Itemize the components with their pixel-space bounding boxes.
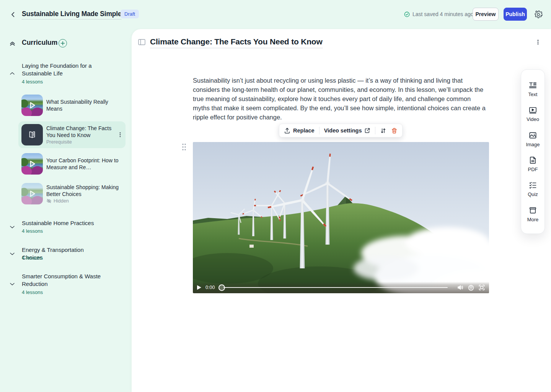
insert-block-toolbar: Text Video Image PDF Quiz More (521, 69, 545, 234)
curriculum-title: Curriculum (22, 39, 57, 47)
video-frame-wind-turbines (193, 142, 489, 293)
last-saved-text: Last saved 4 minutes ago (412, 11, 474, 17)
lesson-title: Sustainable Shopping: Making Better Choi… (46, 184, 123, 198)
insert-text-button[interactable]: Text (521, 77, 544, 101)
insert-item-label: PDF (528, 167, 538, 172)
curriculum-sidebar: Curriculum Laying the Foundation for a S… (0, 29, 132, 392)
insert-item-label: Image (526, 142, 540, 147)
insert-more-button[interactable]: More (521, 202, 544, 227)
toolbar-divider (319, 127, 320, 134)
video-player[interactable]: 0:00 (193, 142, 489, 293)
back-icon[interactable] (9, 11, 17, 18)
lesson-options-kebab-icon[interactable] (535, 39, 541, 45)
play-icon (27, 159, 37, 169)
move-block-button[interactable] (380, 127, 386, 134)
lesson-meta-hidden: Hidden (46, 198, 123, 204)
replace-label: Replace (293, 127, 315, 134)
video-block-toolbar: Replace Video settings (279, 124, 403, 137)
play-icon (27, 189, 37, 199)
video-controls-bar: 0:00 (193, 282, 489, 293)
course-title[interactable]: Sustainable Living Made Simple (22, 10, 121, 20)
saved-check-icon (404, 11, 410, 17)
replace-video-button[interactable]: Replace (284, 127, 315, 134)
text-icon (528, 81, 537, 90)
lesson-meta-prerequisite: Prerequisite (46, 139, 114, 145)
progress-track[interactable] (223, 287, 448, 288)
insert-item-label: Quiz (528, 191, 538, 197)
insert-video-button[interactable]: Video (521, 101, 544, 126)
lesson-editor-panel: Climate Change: The Facts You Need to Kn… (132, 29, 551, 392)
trash-icon (391, 127, 398, 134)
section-4-expand-icon[interactable] (9, 281, 15, 287)
block-drag-handle-icon[interactable] (181, 143, 187, 151)
delete-block-button[interactable] (391, 127, 398, 134)
fullscreen-icon[interactable] (478, 284, 485, 291)
insert-quiz-button[interactable]: Quiz (521, 176, 544, 201)
lesson-item-sustainable-shopping[interactable]: Sustainable Shopping: Making Better Choi… (18, 180, 126, 207)
lesson-video-thumbnail (21, 153, 43, 175)
lesson-title: What Sustainability Really Means (46, 98, 123, 112)
reading-lesson-icon (21, 124, 43, 145)
video-icon (528, 106, 537, 114)
lesson-title: Your Carbon Footprint: How to Measure an… (46, 157, 123, 171)
preview-button[interactable]: Preview (473, 8, 499, 21)
section-2-expand-icon[interactable] (9, 224, 15, 230)
upload-icon (284, 127, 290, 134)
section-title[interactable]: Laying the Foundation for a Sustainable … (22, 62, 102, 77)
insert-item-label: More (527, 217, 539, 222)
add-curriculum-button[interactable] (59, 39, 67, 47)
lesson-page-title[interactable]: Climate Change: The Facts You Need to Kn… (150, 37, 323, 48)
toolbar-divider (375, 127, 375, 134)
lesson-video-thumbnail (21, 183, 43, 204)
lesson-intro-paragraph[interactable]: Sustainability isn’t just about recyclin… (193, 76, 488, 122)
play-icon (27, 100, 37, 110)
lesson-title: Climate Change: The Facts You Need to Kn… (46, 125, 114, 139)
section-lesson-count: 4 lessons (22, 228, 43, 234)
reorder-icon (380, 127, 386, 134)
play-icon[interactable] (197, 285, 202, 290)
more-icon (528, 206, 537, 215)
section-title[interactable]: Sustainable Home Practices (22, 219, 102, 227)
video-settings-button[interactable]: Video settings (324, 127, 371, 134)
lesson-video-thumbnail (21, 95, 43, 116)
insert-pdf-button[interactable]: PDF (521, 152, 544, 176)
video-settings-label: Video settings (324, 127, 362, 134)
eye-off-icon (46, 198, 52, 204)
volume-icon[interactable] (457, 284, 464, 291)
lesson-item-what-sustainability[interactable]: What Sustainability Really Means (18, 92, 126, 119)
insert-image-button[interactable]: Image (521, 127, 544, 152)
pdf-icon (528, 156, 537, 165)
scrubber-handle[interactable] (218, 284, 225, 291)
section-lesson-count: 4 lessons (22, 79, 43, 85)
section-3-expand-icon[interactable] (9, 251, 15, 257)
insert-item-label: Video (527, 116, 539, 122)
section-lesson-count: 4 lessons (22, 255, 43, 261)
toggle-sidebar-icon[interactable] (138, 39, 145, 45)
lesson-kebab-icon[interactable] (117, 132, 123, 138)
quality-settings-icon[interactable] (468, 284, 474, 291)
top-bar: Sustainable Living Made Simple Draft Las… (0, 0, 551, 29)
save-status: Last saved 4 minutes ago (404, 11, 474, 17)
collapse-all-icon[interactable] (9, 40, 16, 47)
insert-item-label: Text (528, 91, 538, 97)
image-icon (528, 131, 537, 140)
section-lesson-count: 4 lessons (22, 289, 43, 295)
section-title[interactable]: Smarter Consumption & Waste Reduction (22, 273, 102, 288)
section-1-collapse-icon[interactable] (9, 70, 15, 77)
lesson-item-climate-change[interactable]: Climate Change: The Facts You Need to Kn… (18, 121, 126, 148)
external-link-icon (364, 127, 370, 134)
current-time: 0:00 (205, 285, 215, 290)
lesson-item-carbon-footprint[interactable]: Your Carbon Footprint: How to Measure an… (18, 150, 126, 177)
publish-button[interactable]: Publish (504, 8, 527, 21)
quiz-icon (528, 181, 537, 189)
settings-gear-icon[interactable] (534, 10, 543, 19)
status-badge: Draft (121, 10, 139, 18)
